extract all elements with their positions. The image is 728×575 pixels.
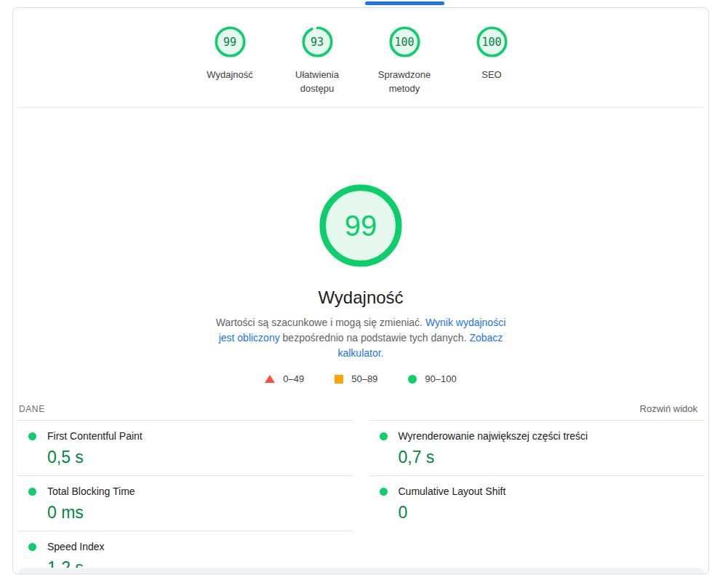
category-score: 100 — [476, 26, 508, 58]
score-gauge-icon: 99 — [215, 26, 246, 58]
legend-range: 90–100 — [425, 373, 456, 384]
legend-range: 50–89 — [351, 373, 377, 384]
category-label: Wydajność — [207, 68, 252, 82]
category-label: SEO — [481, 68, 501, 82]
category-score: 93 — [302, 26, 333, 58]
metrics-column-left: First Contentful Paint 0,5 s Total Block… — [18, 420, 353, 574]
score-legend: 0–49 50–89 90–100 — [13, 373, 708, 384]
performance-title: Wydajność — [13, 288, 708, 308]
performance-score: 99 — [319, 183, 403, 268]
next-section-band — [18, 568, 704, 574]
metric-row-tbt: Total Blocking Time 0 ms — [18, 476, 353, 531]
metric-pass-icon — [380, 432, 388, 440]
metric-value: 0 ms — [47, 503, 353, 522]
metrics-header: DANE Rozwiń widok — [18, 403, 703, 420]
metrics-column-right: Wyrenderowanie największej części treści… — [369, 420, 704, 574]
description-text: Wartości są szacunkowe i mogą się zmieni… — [216, 317, 425, 328]
category-score: 100 — [389, 26, 420, 58]
metric-value: 0,5 s — [47, 448, 353, 467]
legend-square-icon — [335, 375, 343, 384]
category-gauge-accessibility[interactable]: 93 Ułatwienia dostępu — [273, 26, 361, 95]
performance-description: Wartości są szacunkowe i mogą się zmieni… — [207, 315, 515, 361]
metric-row-lcp: Wyrenderowanie największej części treści… — [369, 421, 704, 476]
category-gauge-best-practices[interactable]: 100 Sprawdzone metody — [361, 26, 448, 95]
metric-label: Wyrenderowanie największej części treści — [399, 429, 588, 443]
metric-pass-icon — [28, 543, 36, 551]
legend-range: 0–49 — [283, 373, 304, 384]
metric-row-cls: Cumulative Layout Shift 0 — [369, 476, 704, 531]
report-card: 99 Wydajność 93 Ułatwienia dostępu 100 — [12, 7, 709, 574]
summary-divider — [18, 107, 703, 108]
metric-pass-icon — [28, 432, 36, 440]
category-label: Sprawdzone metody — [366, 68, 443, 95]
metrics-section: DANE Rozwiń widok First Contentful Paint… — [13, 403, 708, 574]
score-gauge-icon: 100 — [476, 26, 508, 58]
legend-triangle-icon — [265, 375, 275, 383]
metric-label: First Contentful Paint — [47, 429, 143, 443]
score-gauge-icon: 100 — [389, 26, 420, 58]
legend-item-pass: 90–100 — [408, 373, 456, 384]
category-label: Ułatwienia dostępu — [279, 68, 356, 95]
metric-row-fcp: First Contentful Paint 0,5 s — [18, 421, 353, 476]
performance-gauge: 99 — [319, 183, 403, 268]
metric-label: Speed Index — [47, 539, 105, 554]
metric-value: 0,7 s — [399, 448, 704, 467]
category-gauge-performance[interactable]: 99 Wydajność — [186, 26, 273, 82]
legend-item-average: 50–89 — [335, 373, 377, 384]
category-score: 99 — [215, 26, 246, 58]
metric-label: Cumulative Layout Shift — [399, 484, 506, 499]
score-gauge-icon: 93 — [302, 26, 333, 58]
metrics-grid: First Contentful Paint 0,5 s Total Block… — [18, 420, 703, 574]
metrics-section-label: DANE — [19, 404, 45, 414]
metric-value: 0 — [399, 503, 704, 522]
metric-pass-icon — [380, 488, 388, 496]
legend-item-fail: 0–49 — [265, 373, 304, 384]
expand-view-button[interactable]: Rozwiń widok — [640, 403, 697, 414]
category-summary: 99 Wydajność 93 Ułatwienia dostępu 100 — [13, 8, 708, 107]
category-gauge-seo[interactable]: 100 SEO — [448, 26, 535, 82]
metric-pass-icon — [28, 488, 36, 496]
active-tab-indicator[interactable] — [365, 1, 444, 5]
metric-label: Total Blocking Time — [47, 484, 135, 499]
description-text: bezpośrednio na podstawie tych danych. — [280, 332, 470, 344]
legend-circle-icon — [408, 375, 417, 384]
